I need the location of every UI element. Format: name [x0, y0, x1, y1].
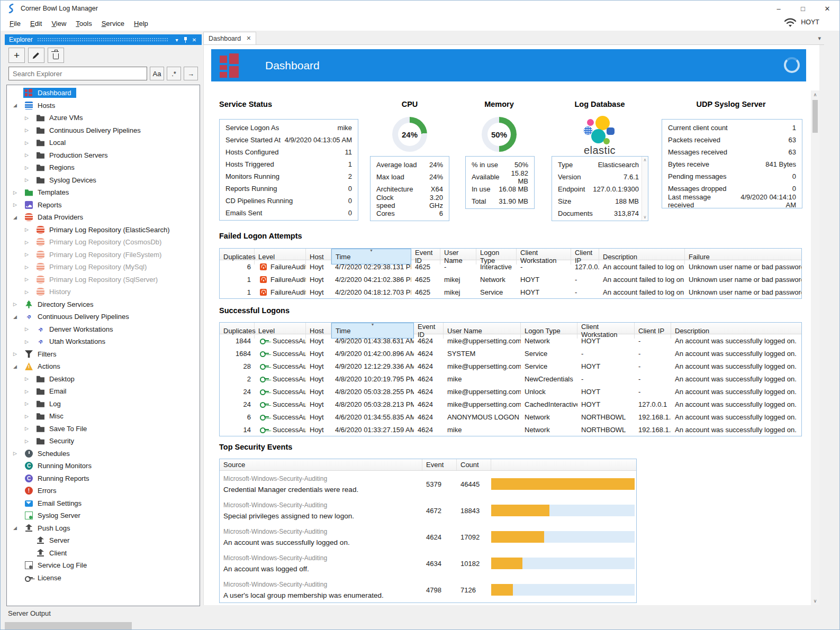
expander-icon[interactable]: ▷	[25, 401, 35, 406]
table-row[interactable]: 14 SuccessAudit Hoyt 4/6/2020 01:33:27.1…	[220, 423, 801, 436]
expander-icon[interactable]: ▷	[25, 414, 35, 419]
col-host[interactable]: Host	[306, 323, 331, 339]
scroll-up-icon[interactable]: ∧	[814, 90, 817, 99]
tree-item[interactable]: Errors	[7, 485, 200, 497]
expander-icon[interactable]: ▷	[25, 115, 35, 121]
col-duplicates[interactable]: Duplicates	[220, 249, 255, 264]
tree-item[interactable]: ▷ Continuous Delivery Pipelines	[7, 124, 200, 137]
kv-row[interactable]: Hosts Triggered1	[220, 158, 358, 170]
regex-button[interactable]: .*	[167, 67, 181, 80]
kv-row[interactable]: Bytes receive841 Bytes	[662, 158, 802, 170]
search-input[interactable]	[8, 67, 147, 80]
tree-item[interactable]: ▷ Email	[7, 385, 200, 398]
match-case-button[interactable]: Aa	[150, 67, 164, 80]
tree-item[interactable]: ▷ Desktop	[7, 373, 200, 386]
col-level[interactable]: Level	[255, 323, 306, 339]
kv-row[interactable]: TypeElasticsearch	[552, 159, 641, 171]
expander-icon[interactable]: ▷	[25, 326, 35, 332]
kv-row[interactable]: Current client count1	[662, 122, 802, 134]
tree-item[interactable]: ▷ Reports	[7, 199, 200, 212]
expander-icon[interactable]: ▷	[25, 227, 35, 232]
server-output-tab[interactable]	[5, 622, 132, 630]
col-description[interactable]: Description	[671, 323, 801, 339]
user-chip[interactable]: HOYT	[784, 17, 819, 27]
kv-row[interactable]: Max load24%	[371, 171, 449, 183]
tree-item[interactable]: ◢ Data Providers	[7, 211, 200, 224]
tree-item[interactable]: Server	[7, 534, 200, 547]
expander-icon[interactable]: ▷	[13, 190, 23, 195]
log-database-scrollbar[interactable]: ∧∨	[642, 157, 648, 221]
expander-icon[interactable]: ▷	[25, 252, 35, 257]
delete-button[interactable]	[48, 48, 64, 63]
expander-icon[interactable]: ▷	[25, 339, 35, 344]
col-source[interactable]: Source	[220, 459, 422, 470]
col-event-id[interactable]: Event ID	[414, 323, 444, 339]
tree-item[interactable]: Client	[7, 547, 200, 560]
col-client-ip[interactable]: Client IP	[635, 323, 671, 339]
expander-icon[interactable]: ◢	[13, 364, 23, 369]
tab-dashboard[interactable]: Dashboard ✕	[203, 32, 256, 44]
kv-row[interactable]: Version7.6.1	[552, 171, 641, 183]
add-button[interactable]: +	[8, 48, 25, 63]
content-scrollbar[interactable]: ∧ ∨	[811, 90, 819, 605]
tree-item[interactable]: Running Monitors	[7, 460, 200, 472]
tree-item[interactable]: Running Reports	[7, 472, 200, 485]
tree-item[interactable]: ▷ Log	[7, 398, 200, 410]
col-failure[interactable]: Failure	[685, 249, 801, 264]
tree-item[interactable]: ◢ Push Logs	[7, 522, 200, 535]
table-row[interactable]: 24 SuccessAudit Hoyt 4/8/2020 05:03:28.2…	[220, 398, 801, 410]
tree-item[interactable]: ▷ Primary Log Repository (ElasticSearch)	[7, 224, 200, 236]
table-row[interactable]: Microsoft-Windows-Security-Auditing An a…	[220, 550, 636, 577]
tree-item[interactable]: ▷ History	[7, 286, 200, 298]
expander-icon[interactable]: ▷	[25, 140, 35, 145]
kv-row[interactable]: Total31.90 MB	[466, 195, 534, 207]
expander-icon[interactable]: ▷	[13, 451, 23, 456]
table-row[interactable]: 1 FailureAudit Hoyt 4/2/2020 04:21:02.38…	[220, 273, 801, 286]
expander-icon[interactable]: ▷	[25, 240, 35, 245]
col-event-id[interactable]: Event ID	[411, 249, 440, 264]
kv-row[interactable]: Messages received63	[662, 146, 802, 158]
expander-icon[interactable]: ◢	[13, 215, 23, 220]
col-time[interactable]: Time▼	[331, 323, 414, 339]
table-row[interactable]: Microsoft-Windows-Security-Auditing An a…	[220, 524, 636, 550]
tree-item[interactable]: ▷ Security	[7, 435, 200, 448]
tree-item[interactable]: ◢ Hosts	[7, 99, 200, 112]
tree-item[interactable]: ▷ Local	[7, 136, 200, 149]
col-user-name[interactable]: User Name	[444, 323, 521, 339]
menu-item[interactable]: Service	[97, 17, 129, 30]
table-row[interactable]: 6 SuccessAudit Hoyt 4/6/2020 01:34:55.83…	[220, 410, 801, 423]
maximize-button[interactable]: □	[791, 1, 815, 16]
kv-row[interactable]: CD Pipelines Running0	[220, 195, 358, 207]
tree-item[interactable]: ◢ Actions	[7, 360, 200, 373]
kv-row[interactable]: Endpoint127.0.0.1:9300	[552, 183, 641, 195]
expander-icon[interactable]: ▷	[25, 152, 35, 158]
tree-item[interactable]: ◢ Continuous Delivery Pipelines	[7, 311, 200, 323]
expander-icon[interactable]: ▷	[25, 127, 35, 133]
tree-item[interactable]: ▷ Production Servers	[7, 149, 200, 162]
expander-icon[interactable]: ▷	[25, 426, 35, 431]
tree-item[interactable]: ▷ Primary Log Repository (CosmosDb)	[7, 236, 200, 249]
col-count[interactable]: Count	[457, 459, 491, 470]
menu-item[interactable]: Edit	[25, 17, 47, 30]
server-output-label[interactable]: Server Output	[8, 609, 51, 617]
col-logon-type[interactable]: Logon Type	[521, 323, 577, 339]
table-row[interactable]: 1684 SuccessAudit Hoyt 4/9/2020 01:42:00…	[220, 347, 801, 360]
expander-icon[interactable]: ▷	[25, 177, 35, 182]
kv-row[interactable]: Size188 MB	[552, 195, 641, 207]
minimize-button[interactable]: –	[766, 1, 791, 16]
expander-icon[interactable]: ◢	[13, 314, 23, 319]
explorer-header[interactable]: Explorer ▾ ✕	[5, 34, 202, 45]
col-time[interactable]: Time▼	[331, 249, 411, 264]
tree-item[interactable]: ▷ Primary Log Repository (FileSystem)	[7, 249, 200, 261]
close-button[interactable]: ✕	[815, 1, 839, 16]
col-host[interactable]: Host	[306, 249, 331, 264]
table-row[interactable]: 1 FailureAudit Hoyt 4/2/2020 04:18:12.70…	[220, 286, 801, 298]
tree-item[interactable]: ▷ Primary Log Repository (MySql)	[7, 261, 200, 273]
tree-item[interactable]: ▷ Templates	[7, 186, 200, 199]
expander-icon[interactable]: ▷	[13, 302, 23, 307]
table-row[interactable]: 2 SuccessAudit Hoyt 4/8/2020 10:20:19.79…	[220, 372, 801, 385]
expander-icon[interactable]: ◢	[13, 525, 23, 531]
col-logon-type[interactable]: Logon Type	[476, 249, 517, 264]
menu-item[interactable]: Help	[129, 17, 153, 30]
expander-icon[interactable]: ▷	[25, 389, 35, 394]
